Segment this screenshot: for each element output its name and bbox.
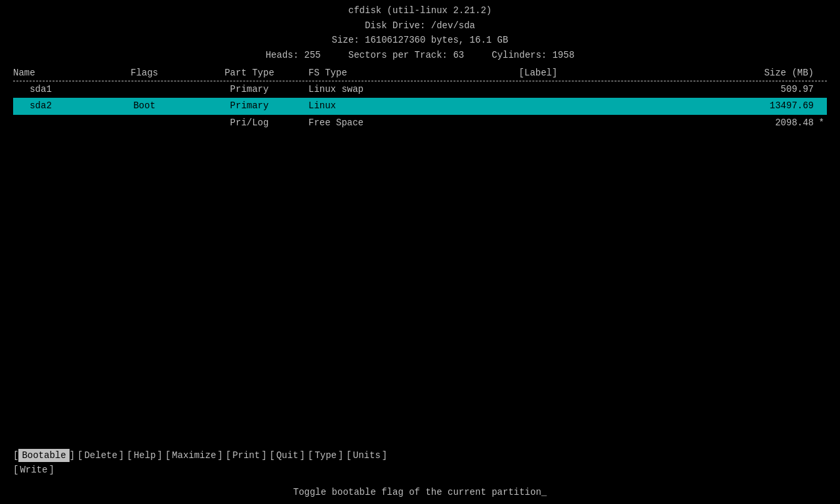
cfdisk-screen: cfdisk (util-linux 2.21.2) Disk Drive: /… [0, 0, 840, 504]
menu-row-1: [ Bootable ] [ Delete ] [ Help ] [ Maxim… [13, 449, 827, 462]
sectors-value: 63 [453, 50, 464, 60]
row-sda1-flags [92, 81, 197, 98]
app-title: cfdisk (util-linux 2.21.2) [348, 5, 492, 16]
row-free-name [13, 115, 92, 131]
header-flags: Flags [92, 68, 197, 78]
help-label[interactable]: Help [133, 450, 158, 461]
disk-size-line: Size: 16106127360 bytes, 16.1 GB [0, 33, 840, 47]
table-row-sda2[interactable]: sda2 Boot Primary Linux 13497.69 [13, 98, 827, 114]
drive-value: /dev/sda [431, 20, 475, 31]
disk-drive-line: Disk Drive: /dev/sda [0, 18, 840, 33]
row-sda1-parttype: Primary [197, 81, 302, 98]
delete-label[interactable]: Delete [83, 450, 118, 461]
asterisk-marker: * [819, 115, 824, 131]
disk-info: Disk Drive: /dev/sda Size: 16106127360 b… [0, 18, 840, 68]
bottom-bar: [ Bootable ] [ Delete ] [ Help ] [ Maxim… [0, 449, 840, 478]
status-text: Toggle bootable flag of the current part… [293, 487, 547, 497]
table-row-sda1[interactable]: sda1 Primary Linux swap 509.97 [13, 81, 827, 98]
row-sda1-size: 509.97 [604, 81, 827, 98]
header-size: Size (MB) [604, 68, 827, 78]
menu-type[interactable]: [ Type ] [308, 449, 343, 462]
heads-label: Heads: [266, 50, 299, 60]
row-sda2-parttype: Primary [197, 98, 302, 114]
units-label[interactable]: Units [352, 450, 382, 461]
menu-delete[interactable]: [ Delete ] [77, 449, 124, 462]
menu-maximize[interactable]: [ Maximize ] [165, 449, 223, 462]
row-sda2-flags: Boot [92, 98, 197, 114]
header-label: [Label] [472, 68, 604, 78]
title-bar: cfdisk (util-linux 2.21.2) [0, 0, 840, 18]
header-parttype: Part Type [197, 68, 302, 78]
row-free-parttype: Pri/Log [197, 115, 302, 131]
row-free-flags [92, 115, 197, 131]
menu-help[interactable]: [ Help ] [127, 449, 162, 462]
header-name: Name [13, 68, 92, 78]
row-sda2-label [472, 98, 604, 114]
bootable-label[interactable]: Bootable [18, 449, 69, 462]
heads-value: 255 [304, 50, 321, 60]
menu-print[interactable]: [ Print ] [226, 449, 267, 462]
menu-quit[interactable]: [ Quit ] [270, 449, 305, 462]
row-free-label [472, 115, 604, 131]
table-row-freespace[interactable]: Pri/Log Free Space 2098.48 * [13, 115, 827, 131]
cylinders-label: Cylinders: [492, 50, 547, 60]
row-sda1-label [472, 81, 604, 98]
maximize-label[interactable]: Maximize [171, 450, 217, 461]
menu-write[interactable]: [ Write ] [13, 465, 54, 475]
print-label[interactable]: Print [231, 450, 261, 461]
disk-geometry-line: Heads: 255 Sectors per Track: 63 Cylinde… [0, 48, 840, 62]
header-fstype: FS Type [302, 68, 472, 78]
partition-table: Name Flags Part Type FS Type [Label] Siz… [0, 68, 840, 131]
quit-label[interactable]: Quit [275, 450, 300, 461]
row-sda2-size: 13497.69 [604, 98, 827, 114]
menu-row-2: [ Write ] [13, 465, 827, 475]
row-sda2-name: sda2 [13, 98, 92, 114]
row-sda1-fstype: Linux swap [302, 81, 472, 98]
menu-bootable[interactable]: [ Bootable ] [13, 449, 75, 462]
type-label[interactable]: Type [313, 450, 338, 461]
row-sda2-fstype: Linux [302, 98, 472, 114]
sectors-label: Sectors per Track: [348, 50, 448, 60]
row-sda1-name: sda1 [13, 81, 92, 98]
menu-units[interactable]: [ Units ] [346, 449, 387, 462]
row-free-fstype: Free Space [302, 115, 472, 131]
size-value: 16106127360 bytes, 16.1 GB [365, 35, 508, 45]
write-label[interactable]: Write [18, 465, 49, 475]
cylinders-value: 1958 [553, 50, 575, 60]
table-header: Name Flags Part Type FS Type [Label] Siz… [13, 68, 827, 81]
size-label: Size: [332, 35, 360, 45]
drive-label: Disk Drive: [365, 20, 425, 31]
status-bar: Toggle bootable flag of the current part… [0, 487, 840, 497]
row-free-size: 2098.48 [604, 115, 827, 131]
